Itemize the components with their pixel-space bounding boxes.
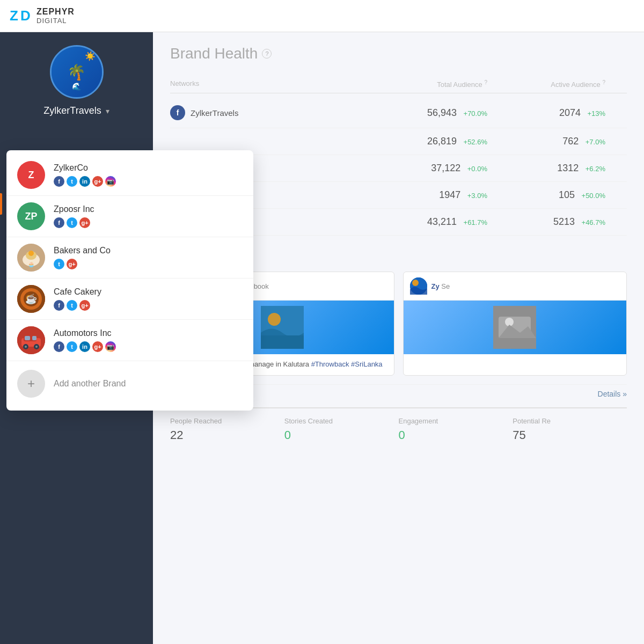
metric-value-total-5: 43,211 <box>427 216 457 227</box>
stat-engagement: Engagement 0 <box>399 417 513 442</box>
svg-point-6 <box>28 251 34 256</box>
instagram-icon: 📷 <box>105 176 116 187</box>
stories-created-label: Stories Created <box>284 417 399 425</box>
post-thumbnail-1 <box>261 306 304 349</box>
current-brand-name: ZylkerTravels <box>43 105 101 116</box>
list-item[interactable]: 🧁 Bakers and Co t g+ <box>6 237 253 279</box>
plus-icon: + <box>27 376 35 391</box>
googleplus-icon: g+ <box>92 341 103 352</box>
brand-name-row[interactable]: ZylkerTravels ▾ <box>43 105 109 116</box>
add-brand-label: Add another Brand <box>54 379 126 389</box>
metric-change-total-2: +52.6% <box>464 138 487 146</box>
details-link[interactable]: Details » <box>598 390 627 398</box>
metric-value-active-5: 5213 <box>553 216 575 227</box>
svg-text:🧁: 🧁 <box>28 261 35 268</box>
metric-total-2: 26,819 +52.6% <box>391 136 509 147</box>
metric-change-active-1: +13% <box>587 109 605 118</box>
stat-people-reached: People Reached 22 <box>170 417 284 442</box>
network-name-1: ZylkerTravels <box>191 108 238 118</box>
sidebar: ☀️ 🌴 🌊 ZylkerTravels ▾ Z ZylkerCo f t in <box>0 32 153 644</box>
brand-info-zpoosr: Zpoosr Inc f t g+ <box>54 204 243 228</box>
total-audience-col-header: Total Audience ? <box>391 79 509 89</box>
list-item[interactable]: ZP Zpoosr Inc f t g+ <box>6 196 253 237</box>
metric-change-total-5: +61.7% <box>464 218 487 226</box>
info-icon[interactable]: ? <box>262 49 272 58</box>
metric-value-total-1: 56,943 <box>427 107 457 118</box>
brand-avatar: ☀️ 🌴 🌊 <box>50 45 104 99</box>
twitter-icon: t <box>67 217 77 228</box>
brand-info-auto: Automotors Inc f t in g+ 📷 <box>54 328 243 352</box>
metric-change-total-1: +70.0% <box>464 109 487 118</box>
googleplus-icon: g+ <box>67 259 77 269</box>
svg-point-23 <box>268 313 281 326</box>
metric-value-total-3: 37,122 <box>431 163 460 173</box>
people-reached-label: People Reached <box>170 417 284 425</box>
zd-logo-icon: Z D <box>9 4 32 28</box>
brand-name-zpoosr: Zpoosr Inc <box>54 204 243 214</box>
brand-avatar-inner: ☀️ 🌴 🌊 <box>52 47 102 97</box>
twitter-icon: t <box>67 300 77 311</box>
network-cell-1: f ZylkerTravels <box>170 105 391 120</box>
hashtag-2: #SriLanka <box>351 360 383 368</box>
svg-point-20 <box>25 346 27 348</box>
list-item[interactable]: ☕ Cafe Cakery f t g+ <box>6 279 253 320</box>
potential-reach-value: 75 <box>513 428 627 442</box>
facebook-icon: f <box>54 217 64 228</box>
twitter-icon: t <box>67 341 77 352</box>
metric-active-1: 2074 +13% <box>509 107 627 119</box>
add-brand-item[interactable]: + Add another Brand <box>6 361 253 406</box>
metric-value-total-2: 26,819 <box>427 136 457 147</box>
metric-change-active-5: +46.7% <box>582 218 605 226</box>
logo-digital: DIGITAL <box>36 17 75 25</box>
metric-active-2: 762 +7.0% <box>509 136 627 147</box>
logo-text: ZEPHYR DIGITAL <box>36 6 75 25</box>
stat-stories-created: Stories Created 0 <box>284 417 399 442</box>
svg-text:☕: ☕ <box>25 293 38 305</box>
stat-potential-reach: Potential Re 75 <box>513 417 627 442</box>
social-icons-auto: f t in g+ 📷 <box>54 341 243 352</box>
dropdown-panel: Z ZylkerCo f t in g+ 📷 ZP Zpoosr Inc <box>6 150 253 411</box>
instagram-icon: 📷 <box>105 341 116 352</box>
sun-icon: ☀️ <box>85 51 96 61</box>
engagement-label: Engagement <box>399 417 513 425</box>
googleplus-icon: g+ <box>92 176 103 187</box>
post-source-2: Zy Se <box>431 282 450 290</box>
palm-icon: 🌴 <box>67 63 86 81</box>
metric-change-total-3: +0.0% <box>467 165 487 173</box>
post-header-2: Zy Se <box>404 272 627 301</box>
brand-name-cafe: Cafe Cakery <box>54 287 243 297</box>
svg-point-21 <box>35 346 38 348</box>
facebook-icon: f <box>54 341 64 352</box>
brand-avatar-zylkerco: Z <box>17 161 45 189</box>
post-avatar-2 <box>410 277 427 295</box>
metric-total-1: 56,943 +70.0% <box>391 107 509 119</box>
brand-avatar-zpoosr: ZP <box>17 202 45 230</box>
active-indicator <box>0 193 2 215</box>
brand-info-bakers: Bakers and Co t g+ <box>54 246 243 269</box>
people-reached-value: 22 <box>170 428 284 442</box>
svg-rect-17 <box>32 336 36 340</box>
stats-row: People Reached 22 Stories Created 0 Enga… <box>170 407 627 451</box>
brand-avatar-bakers: 🧁 <box>17 244 45 272</box>
svg-point-26 <box>412 280 419 286</box>
brand-name-zylkerco: ZylkerCo <box>54 163 243 173</box>
metric-change-total-4: +3.0% <box>467 192 487 200</box>
wave-icon: 🌊 <box>72 82 81 91</box>
list-item[interactable]: Automotors Inc f t in g+ 📷 <box>6 320 253 361</box>
metric-change-active-3: +6.2% <box>586 165 605 173</box>
hashtag-1: #Throwback <box>311 360 349 368</box>
list-item[interactable]: Z ZylkerCo f t in g+ 📷 <box>6 155 253 196</box>
svg-text:D: D <box>20 8 31 24</box>
metric-change-active-4: +50.0% <box>582 192 605 200</box>
metric-value-active-3: 1312 <box>557 163 579 173</box>
header: Z D ZEPHYR DIGITAL <box>0 0 644 32</box>
metric-value-total-4: 1947 <box>439 189 460 200</box>
main-layout: ☀️ 🌴 🌊 ZylkerTravels ▾ Z ZylkerCo f t in <box>0 32 644 644</box>
svg-text:Z: Z <box>10 8 18 24</box>
metric-total-4: 1947 +3.0% <box>391 189 509 201</box>
post-source-via-2: Se <box>441 282 450 290</box>
stories-created-value: 0 <box>284 428 399 442</box>
metric-active-4: 105 +50.0% <box>509 189 627 201</box>
metric-value-active-4: 105 <box>559 189 575 200</box>
table-row: f ZylkerTravels 56,943 +70.0% 2074 +13% <box>170 98 627 128</box>
